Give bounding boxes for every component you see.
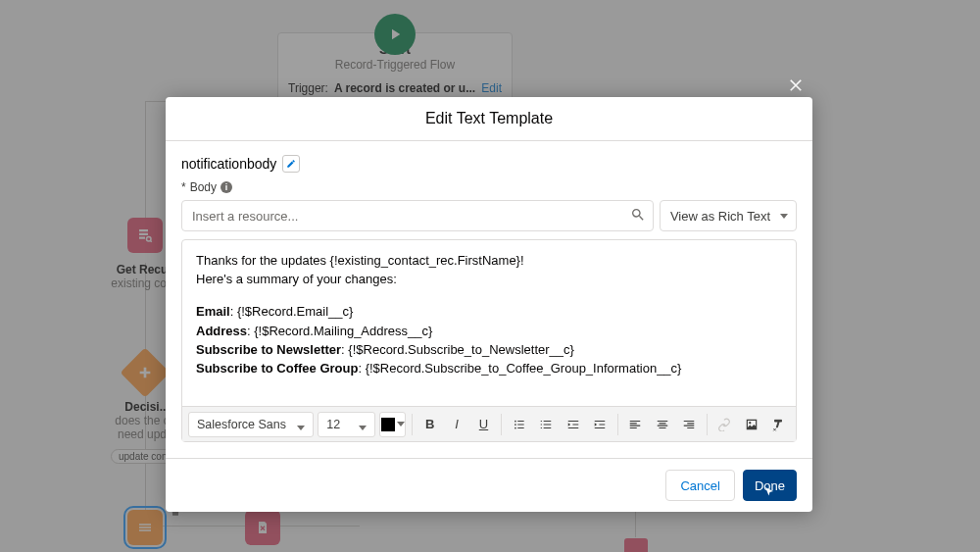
chevron-down-icon — [397, 422, 405, 427]
edit-name-button[interactable] — [282, 155, 300, 173]
cancel-button[interactable]: Cancel — [665, 470, 734, 501]
indent-button[interactable] — [588, 412, 611, 437]
font-family-select[interactable]: Salesforce Sans — [188, 412, 314, 437]
rich-text-editor[interactable]: Thanks for the updates {!existing_contac… — [181, 239, 797, 442]
chevron-down-icon — [780, 214, 788, 219]
resource-input[interactable] — [181, 200, 654, 231]
close-icon[interactable] — [787, 76, 805, 94]
bold-button[interactable]: B — [418, 412, 441, 437]
view-as-select[interactable]: View as Rich Text — [660, 200, 797, 231]
color-swatch — [381, 418, 395, 431]
underline-button[interactable]: U — [472, 412, 495, 437]
info-icon[interactable]: i — [220, 181, 232, 193]
align-left-button[interactable] — [624, 412, 647, 437]
editor-toolbar: Salesforce Sans 12 B I U — [182, 406, 796, 441]
svg-point-2 — [514, 424, 516, 426]
chevron-down-icon — [359, 426, 367, 430]
bullet-list-button[interactable] — [508, 412, 530, 437]
done-button[interactable]: Done — [743, 470, 797, 501]
edit-text-template-modal: Edit Text Template notificationbody Body… — [166, 97, 812, 512]
image-button[interactable] — [740, 412, 762, 437]
chevron-down-icon — [297, 426, 305, 430]
editor-content[interactable]: Thanks for the updates {!existing_contac… — [182, 240, 796, 406]
template-name: notificationbody — [181, 156, 276, 172]
number-list-button[interactable] — [535, 412, 558, 437]
svg-point-1 — [514, 420, 516, 422]
search-icon — [630, 207, 646, 223]
cursor-icon — [763, 486, 775, 498]
view-as-label: View as Rich Text — [670, 209, 770, 224]
modal-title: Edit Text Template — [166, 97, 812, 141]
italic-button[interactable]: I — [445, 412, 467, 437]
font-size-select[interactable]: 12 — [318, 412, 375, 437]
svg-point-4 — [749, 422, 751, 424]
svg-point-3 — [514, 427, 516, 428]
text-color-picker[interactable] — [379, 412, 406, 437]
clear-format-button[interactable] — [767, 412, 790, 437]
align-center-button[interactable] — [651, 412, 673, 437]
align-right-button[interactable] — [677, 412, 700, 437]
link-button[interactable] — [713, 412, 736, 437]
body-field-label: Body i — [181, 180, 797, 200]
outdent-button[interactable] — [562, 412, 584, 437]
